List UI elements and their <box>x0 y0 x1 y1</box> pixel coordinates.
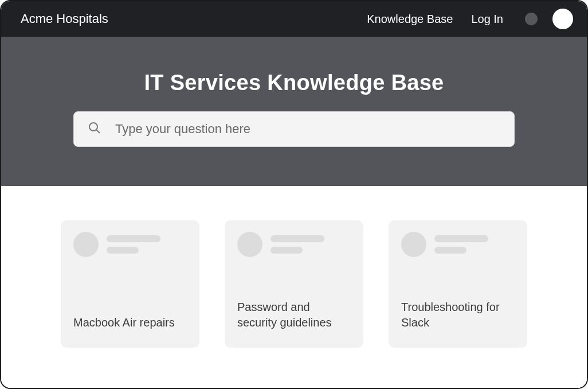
placeholder-line-icon <box>107 235 160 242</box>
search-bar[interactable] <box>73 111 515 147</box>
card-header <box>401 232 515 257</box>
avatar[interactable] <box>552 9 573 29</box>
placeholder-line-icon <box>434 235 488 242</box>
card-title: Troubleshooting for Slack <box>401 299 515 334</box>
card-meta-placeholder <box>107 235 160 254</box>
svg-line-1 <box>96 130 100 133</box>
app-window: Acme Hospitals Knowledge Base Log In IT … <box>0 0 588 389</box>
article-card[interactable]: Password and security guidelines <box>225 220 363 348</box>
content-area: Macbook Air repairs Password and securit… <box>1 186 587 388</box>
nav-knowledge-base[interactable]: Knowledge Base <box>363 13 456 26</box>
card-title: Password and security guidelines <box>237 299 351 334</box>
search-icon <box>88 121 101 137</box>
card-meta-placeholder <box>271 235 324 254</box>
card-header <box>237 232 351 257</box>
svg-point-0 <box>89 123 97 131</box>
status-indicator-icon <box>525 13 538 25</box>
placeholder-line-icon <box>271 235 324 242</box>
author-avatar-placeholder-icon <box>237 232 262 257</box>
titlebar: Acme Hospitals Knowledge Base Log In <box>1 1 587 37</box>
hero-section: IT Services Knowledge Base <box>1 37 587 186</box>
placeholder-line-icon <box>271 247 303 254</box>
article-card[interactable]: Troubleshooting for Slack <box>389 220 527 348</box>
author-avatar-placeholder-icon <box>73 232 99 257</box>
brand-name: Acme Hospitals <box>21 11 352 26</box>
search-input[interactable] <box>115 122 500 137</box>
author-avatar-placeholder-icon <box>401 232 426 257</box>
nav-login[interactable]: Log In <box>468 13 507 26</box>
card-header <box>73 232 187 257</box>
article-card[interactable]: Macbook Air repairs <box>61 220 199 348</box>
placeholder-line-icon <box>107 247 139 254</box>
placeholder-line-icon <box>434 247 467 254</box>
card-meta-placeholder <box>434 235 488 254</box>
page-title: IT Services Knowledge Base <box>144 71 444 95</box>
card-title: Macbook Air repairs <box>73 315 187 334</box>
card-grid: Macbook Air repairs Password and securit… <box>61 220 527 348</box>
